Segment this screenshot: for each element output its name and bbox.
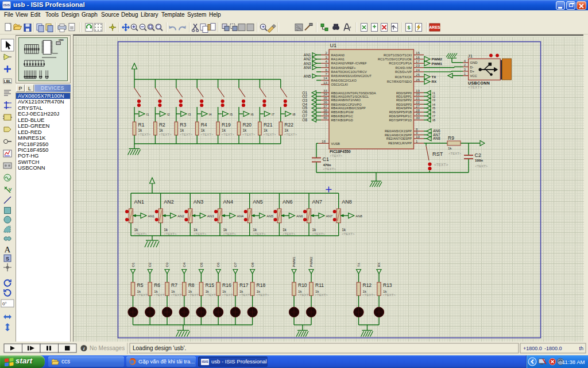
svg-text:RB3/AN9/CCP2/VPO: RB3/AN9/CCP2/VPO [331, 103, 362, 106]
svg-text:<TEXT>: <TEXT> [200, 133, 214, 136]
svg-text:1k: 1k [312, 228, 317, 232]
svg-text:1k: 1k [137, 289, 141, 293]
svg-text:R9: R9 [448, 135, 454, 141]
svg-text:AN4: AN4 [304, 66, 311, 70]
svg-text:RE2/AN7/OESPP: RE2/AN7/OESPP [386, 137, 412, 140]
svg-text:0°: 0° [2, 301, 7, 306]
svg-text:RD2/SPP2: RD2/SPP2 [396, 98, 412, 102]
svg-text:1k: 1k [298, 289, 302, 293]
svg-text:<TEXT>: <TEXT> [239, 293, 252, 297]
svg-text:1k: 1k [134, 228, 139, 232]
svg-text:1k: 1k [284, 128, 289, 132]
svg-text:VCC: VCC [470, 74, 477, 78]
svg-text:I1: I1 [146, 113, 150, 116]
svg-text:A: A [5, 245, 11, 254]
svg-text:I7: I7 [432, 114, 436, 118]
svg-text:AN6: AN6 [283, 199, 293, 205]
svg-text:R5: R5 [137, 282, 144, 288]
svg-text:R2: R2 [159, 122, 165, 128]
svg-text:1k: 1k [154, 289, 158, 293]
svg-text:RD3/SPP3: RD3/SPP3 [396, 103, 412, 106]
svg-text:I4: I4 [432, 103, 436, 106]
svg-text:GND: GND [59, 39, 64, 41]
svg-text:R10: R10 [298, 282, 307, 288]
svg-text:AN4: AN4 [223, 199, 234, 205]
svg-text:<TEXT>: <TEXT> [154, 293, 167, 297]
svg-text:O3: O3 [165, 262, 169, 267]
svg-text:O5: O5 [200, 262, 203, 267]
svg-text:R18: R18 [257, 282, 266, 288]
svg-text:7: 7 [326, 72, 328, 76]
svg-text:RB5/KBI1/PGM: RB5/KBI1/PGM [331, 110, 354, 114]
svg-text:17: 17 [416, 59, 420, 63]
svg-text:RC0/T1OSO/T1CKI: RC0/T1OSO/T1CKI [384, 53, 412, 57]
svg-text:RD4/SPP4: RD4/SPP4 [396, 106, 412, 110]
svg-text:O1: O1 [131, 262, 135, 267]
svg-text:6: 6 [326, 68, 328, 72]
svg-text:O3: O3 [302, 98, 307, 102]
svg-text:21: 21 [416, 96, 420, 100]
svg-text:1k: 1k [159, 128, 164, 132]
svg-text:23: 23 [416, 63, 420, 67]
svg-text:AN5: AN5 [304, 74, 311, 78]
svg-text:<TEXT>: <TEXT> [256, 293, 269, 297]
svg-text:AN1: AN1 [148, 214, 155, 218]
svg-text:R17: R17 [239, 282, 249, 288]
svg-text:AN2: AN2 [177, 214, 184, 218]
svg-text:26: 26 [416, 78, 420, 82]
svg-text:$: $ [407, 25, 410, 30]
svg-text:RX: RX [432, 79, 437, 83]
svg-text:I3: I3 [188, 113, 191, 116]
svg-text:AN8: AN8 [355, 214, 362, 218]
svg-text:R12: R12 [363, 282, 372, 288]
svg-text:2: 2 [326, 51, 328, 55]
svg-text:RB0/AN12/INT0/FLT0/SDI/SDA: RB0/AN12/INT0/FLT0/SDI/SDA [331, 91, 377, 95]
svg-text:AN3: AN3 [194, 199, 204, 205]
svg-text:3: 3 [326, 55, 328, 59]
svg-text:<TEXT>: <TEXT> [137, 293, 150, 297]
svg-text:R22: R22 [284, 122, 293, 128]
svg-text:<TEXT>: <TEXT> [323, 167, 336, 171]
svg-text:<TEXT>: <TEXT> [134, 232, 148, 236]
svg-text:RX: RX [377, 262, 381, 267]
svg-text:I5: I5 [230, 113, 233, 116]
svg-text:<TEXT>: <TEXT> [312, 232, 326, 236]
svg-text:AN2: AN2 [164, 199, 174, 205]
svg-text:1k: 1k [222, 289, 226, 293]
svg-text:27: 27 [416, 104, 420, 108]
svg-text:1k: 1k [253, 228, 257, 232]
svg-text:RC2/CCP1/P1A: RC2/CCP1/P1A [389, 62, 412, 65]
svg-text:O4: O4 [183, 262, 186, 267]
svg-text:RE1/AN6/CK2SPP: RE1/AN6/CK2SPP [385, 133, 412, 137]
svg-text:O8: O8 [251, 262, 254, 267]
svg-text:PWM1: PWM1 [292, 256, 296, 267]
svg-text:AN7: AN7 [312, 199, 323, 205]
svg-text:RA1/AN1: RA1/AN1 [331, 57, 345, 61]
svg-text:RD6/SPP6/P1C: RD6/SPP6/P1C [389, 114, 412, 118]
svg-text:AN5: AN5 [253, 199, 263, 205]
svg-text:1k: 1k [201, 128, 206, 132]
svg-text:RE0/AN5/CK1SPP: RE0/AN5/CK1SPP [385, 129, 412, 133]
svg-text:R11: R11 [315, 282, 324, 288]
svg-text:GND: GND [470, 61, 478, 64]
svg-text:J1: J1 [468, 53, 473, 59]
svg-text:1k: 1k [194, 228, 198, 232]
svg-text:40: 40 [323, 116, 327, 120]
svg-text:<TEXT>: <TEXT> [298, 293, 311, 297]
svg-text:470n: 470n [323, 163, 331, 167]
svg-text:TX: TX [432, 75, 437, 79]
svg-text:RB6/KBI2/PGC: RB6/KBI2/PGC [331, 114, 353, 118]
svg-text:R15: R15 [205, 282, 214, 288]
svg-text:I7: I7 [272, 113, 275, 116]
svg-text:RD7/SPP7/P1D: RD7/SPP7/P1D [389, 118, 412, 122]
svg-text:<TEXT>: <TEXT> [242, 133, 256, 136]
svg-text:ARES: ARES [429, 25, 440, 29]
svg-text:RD5/SPP5/P1B: RD5/SPP5/P1B [389, 110, 412, 114]
svg-text:R3: R3 [180, 122, 186, 128]
svg-text:<TEXT>: <TEXT> [263, 133, 276, 136]
svg-text:1k: 1k [315, 289, 319, 293]
svg-text:1k: 1k [283, 228, 287, 232]
svg-text:I1: I1 [432, 91, 436, 95]
svg-text:<TEXT>: <TEXT> [188, 293, 201, 297]
svg-text:+1800.0: +1800.0 [523, 346, 542, 351]
